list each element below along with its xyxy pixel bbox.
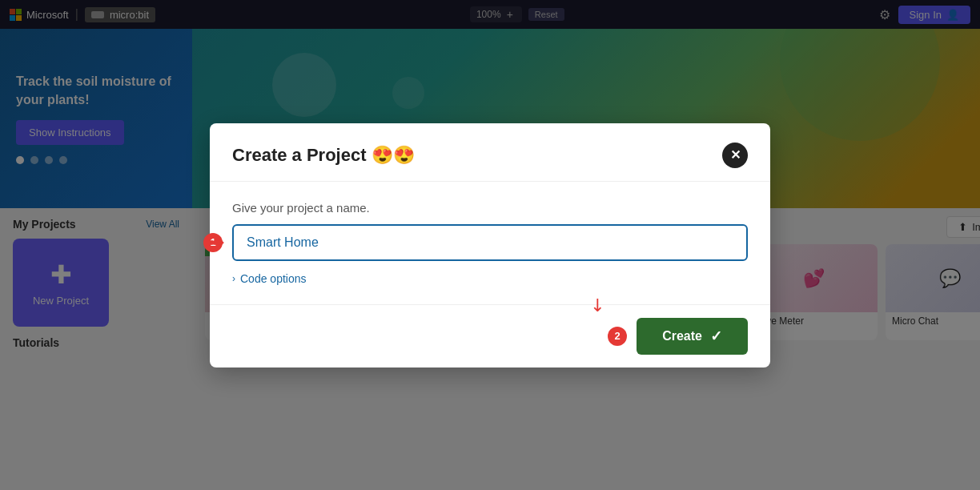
footer-wrapper: 2 ↘ Create ✓ xyxy=(637,318,748,355)
code-options-label: Code options xyxy=(240,272,307,285)
step-1-badge: 1 xyxy=(203,233,223,252)
input-wrapper: 1 ➡ xyxy=(232,224,748,261)
modal-title: Create a Project 😍😍 xyxy=(232,145,415,166)
project-name-input[interactable] xyxy=(232,224,748,261)
project-name-label: Give your project a name. xyxy=(232,201,748,215)
create-button[interactable]: Create ✓ xyxy=(637,318,748,355)
create-project-modal: Create a Project 😍😍 ✕ Give your project … xyxy=(210,123,770,368)
modal-header: Create a Project 😍😍 ✕ xyxy=(210,123,770,182)
modal-body: Give your project a name. 1 ➡ › Code opt… xyxy=(210,182,770,304)
create-label: Create xyxy=(662,329,702,343)
modal-footer: 2 ↘ Create ✓ xyxy=(210,304,770,368)
step-2-badge: 2 xyxy=(608,327,627,346)
checkmark-icon: ✓ xyxy=(710,327,722,345)
close-icon: ✕ xyxy=(730,147,741,163)
chevron-right-icon: › xyxy=(232,273,235,284)
code-options[interactable]: › Code options xyxy=(232,272,748,285)
modal-close-button[interactable]: ✕ xyxy=(722,143,748,168)
modal-overlay[interactable]: Create a Project 😍😍 ✕ Give your project … xyxy=(0,0,980,490)
